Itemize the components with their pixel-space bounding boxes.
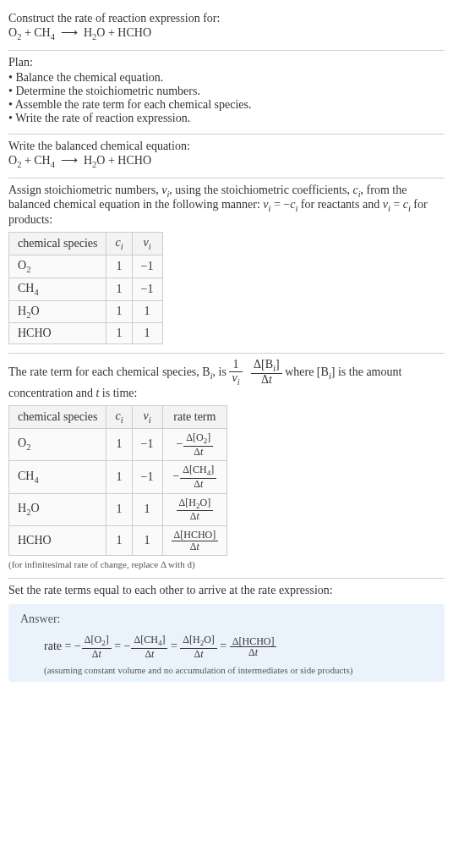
answer-title: Answer: xyxy=(20,613,433,626)
cell-ci: 1 xyxy=(106,277,132,300)
rate-frac: Δ[H2O]Δt xyxy=(180,635,217,659)
answer-note: (assuming constant volume and no accumul… xyxy=(44,665,433,675)
cell-species: O2 xyxy=(9,255,106,277)
negative-sign: − xyxy=(172,470,179,482)
cell-rate: −Δ[CH4]Δt xyxy=(162,461,227,493)
intro-prompt: Construct the rate of reaction expressio… xyxy=(8,12,445,25)
cell-rate: Δ[HCHO]Δt xyxy=(162,525,227,555)
frac-one-over-vi: 1 νi xyxy=(229,359,242,387)
col-species: chemical species xyxy=(9,233,106,255)
cell-vi: −1 xyxy=(132,428,162,460)
frac-den: νi xyxy=(229,372,242,387)
negative-sign: − xyxy=(176,437,183,450)
rateterm-caption: (for infinitesimal rate of change, repla… xyxy=(8,559,445,569)
balanced-section: Write the balanced chemical equation: O2… xyxy=(8,135,445,178)
table-row: H2O 1 1 Δ[H2O]Δt xyxy=(9,493,227,525)
rate-frac: Δ[H2O]Δt xyxy=(177,497,214,522)
plan-list: Balance the chemical equation. Determine… xyxy=(8,71,445,125)
equals-sign: = xyxy=(114,640,123,652)
cell-ci: 1 xyxy=(106,255,132,277)
cell-ci: 1 xyxy=(106,323,132,344)
rate-frac: Δ[CH4]Δt xyxy=(131,635,167,659)
equals-sign: = xyxy=(171,640,180,652)
col-rate: rate term xyxy=(162,405,227,428)
rateterm-section: The rate term for each chemical species,… xyxy=(8,354,445,578)
cell-vi: −1 xyxy=(132,461,162,493)
table-header-row: chemical species ci νi rate term xyxy=(9,405,227,428)
rate-frac: Δ[CH4]Δt xyxy=(180,464,216,489)
plan-title: Plan: xyxy=(8,56,445,69)
plan-section: Plan: Balance the chemical equation. Det… xyxy=(8,51,445,134)
rate-label: rate = xyxy=(44,640,74,652)
cell-ci: 1 xyxy=(106,428,132,460)
table-row: H2O 1 1 xyxy=(9,300,163,323)
plan-item: Write the rate of reaction expression. xyxy=(8,112,445,125)
col-ci: ci xyxy=(106,405,132,428)
cell-ci: 1 xyxy=(106,493,132,525)
negative-sign: − xyxy=(124,640,131,652)
col-vi: νi xyxy=(132,233,162,255)
stoich-section: Assign stoichiometric numbers, νi, using… xyxy=(8,179,445,354)
cell-species: H2O xyxy=(9,300,106,323)
rate-frac: Δ[O2]Δt xyxy=(183,432,213,457)
frac-dBi-dt: Δ[Bi] Δt xyxy=(251,359,282,387)
table-row: CH4 1 −1 −Δ[CH4]Δt xyxy=(9,461,227,493)
intro-equation: O2 + CH4 ⟶ H2O + HCHO xyxy=(8,25,445,41)
balanced-equation: O2 + CH4 ⟶ H2O + HCHO xyxy=(8,153,445,169)
frac-num: 1 xyxy=(229,359,242,372)
cell-vi: −1 xyxy=(132,277,162,300)
stoich-table: chemical species ci νi O2 1 −1 CH4 1 −1 … xyxy=(8,232,163,344)
cell-vi: 1 xyxy=(132,300,162,323)
cell-species: CH4 xyxy=(9,277,106,300)
table-header-row: chemical species ci νi xyxy=(9,233,163,255)
cell-vi: −1 xyxy=(132,255,162,277)
plan-item: Determine the stoichiometric numbers. xyxy=(8,85,445,98)
cell-rate: −Δ[O2]Δt xyxy=(162,428,227,460)
cell-vi: 1 xyxy=(132,323,162,344)
plan-item: Assemble the rate term for each chemical… xyxy=(8,98,445,112)
cell-vi: 1 xyxy=(132,493,162,525)
frac-num: Δ[Bi] xyxy=(251,359,282,374)
balanced-title: Write the balanced chemical equation: xyxy=(8,140,445,153)
table-row: HCHO 1 1 Δ[HCHO]Δt xyxy=(9,525,227,555)
col-vi: νi xyxy=(132,405,162,428)
negative-sign: − xyxy=(74,640,81,652)
table-row: CH4 1 −1 xyxy=(9,277,163,300)
cell-vi: 1 xyxy=(132,525,162,555)
cell-rate: Δ[H2O]Δt xyxy=(162,493,227,525)
final-section: Set the rate terms equal to each other t… xyxy=(8,579,445,689)
cell-species: H2O xyxy=(9,493,106,525)
answer-box: Answer: rate = −Δ[O2]Δt = −Δ[CH4]Δt = Δ[… xyxy=(8,604,445,681)
rate-frac: Δ[HCHO]Δt xyxy=(230,636,277,658)
cell-ci: 1 xyxy=(106,461,132,493)
rate-frac: Δ[O2]Δt xyxy=(82,635,112,659)
cell-species: CH4 xyxy=(9,461,106,493)
rateterm-pre: The rate term for each chemical species,… xyxy=(8,365,229,378)
rate-frac: Δ[HCHO]Δt xyxy=(172,530,219,552)
table-row: O2 1 −1 xyxy=(9,255,163,277)
intro-section: Construct the rate of reaction expressio… xyxy=(8,7,445,50)
cell-species: HCHO xyxy=(9,525,106,555)
cell-species: HCHO xyxy=(9,323,106,344)
col-species: chemical species xyxy=(9,405,106,428)
rateterm-table: chemical species ci νi rate term O2 1 −1… xyxy=(8,405,227,556)
equals-sign: = xyxy=(220,640,229,652)
rateterm-text: The rate term for each chemical species,… xyxy=(8,359,445,400)
cell-ci: 1 xyxy=(106,300,132,323)
answer-rate-expression: rate = −Δ[O2]Δt = −Δ[CH4]Δt = Δ[H2O]Δt =… xyxy=(44,635,433,659)
table-row: HCHO 1 1 xyxy=(9,323,163,344)
table-row: O2 1 −1 −Δ[O2]Δt xyxy=(9,428,227,460)
col-ci: ci xyxy=(106,233,132,255)
cell-ci: 1 xyxy=(106,525,132,555)
stoich-text: Assign stoichiometric numbers, νi, using… xyxy=(8,184,445,228)
frac-den: Δt xyxy=(251,374,282,387)
cell-species: O2 xyxy=(9,428,106,460)
final-text: Set the rate terms equal to each other t… xyxy=(8,584,445,597)
plan-item: Balance the chemical equation. xyxy=(8,71,445,85)
